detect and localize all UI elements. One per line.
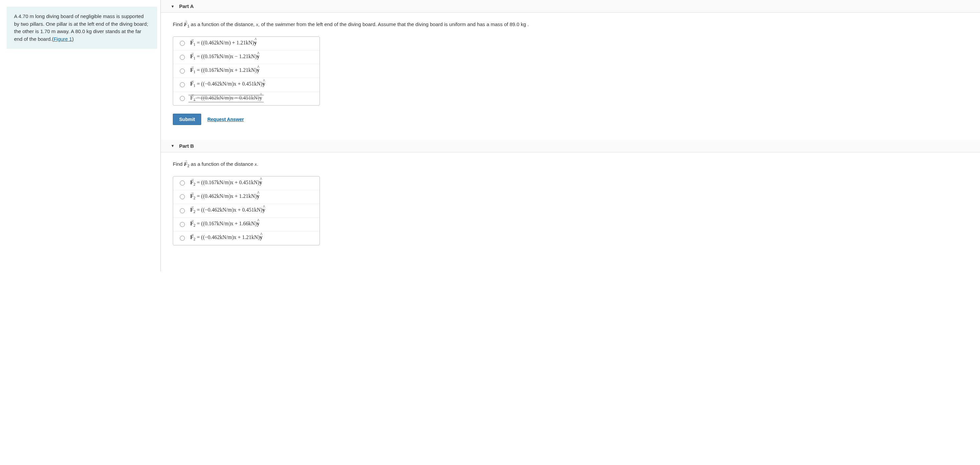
request-answer-link[interactable]: Request Answer — [207, 117, 243, 122]
option-row[interactable]: F2 = ((0.167kN/m)x + 0.451kN)y — [173, 177, 320, 190]
problem-statement-box: A 4.70 m long diving board of negligible… — [7, 7, 157, 49]
option-formula: F1 = ((0.167kN/m)x − 1.21kN)y — [190, 54, 259, 61]
part-a-header[interactable]: ▼ Part A — [161, 0, 980, 13]
option-radio[interactable] — [180, 68, 185, 73]
option-radio[interactable] — [180, 55, 185, 60]
option-formula: F1 = ((0.462kN/m)x − 0.451kN)y — [190, 95, 262, 100]
option-formula: F2 = ((0.167kN/m)x + 1.66kN)y — [190, 221, 259, 228]
option-radio[interactable] — [180, 222, 185, 227]
submit-button[interactable]: Submit — [173, 114, 201, 125]
option-formula: F2 = ((0.462kN/m)x + 1.21kN)y — [190, 193, 259, 201]
option-radio[interactable] — [180, 180, 185, 186]
part-b-options: F2 = ((0.167kN/m)x + 0.451kN)y F2 = ((0.… — [173, 176, 320, 245]
figure-link[interactable]: Figure 1 — [54, 36, 72, 42]
option-row[interactable]: F1 = ((−0.462kN/m)x + 0.451kN)y — [173, 78, 320, 92]
option-radio[interactable] — [180, 208, 185, 213]
problem-text-suffix: ) — [72, 36, 73, 42]
option-row[interactable]: F1 = ((0.167kN/m)x − 1.21kN)y — [173, 51, 320, 64]
answer-panel: ▼ Part A Find F1 as a function of the di… — [161, 0, 980, 271]
option-formula: F2 = ((−0.462kN/m)x + 0.451kN)y — [190, 207, 265, 214]
option-formula: F2 = ((−0.462kN/m)x + 1.21kN)y — [190, 234, 262, 242]
caret-down-icon: ▼ — [171, 144, 175, 148]
part-b-body: Find F2 as a function of the distance x.… — [161, 153, 980, 261]
part-a-question: Find F1 as a function of the distance, x… — [173, 21, 968, 29]
option-radio[interactable] — [180, 41, 185, 46]
option-formula: F2 = ((0.167kN/m)x + 0.451kN)y — [190, 180, 262, 187]
part-b-question: Find F2 as a function of the distance x. — [173, 161, 968, 169]
option-radio[interactable] — [180, 82, 185, 87]
option-row[interactable]: F2 = ((−0.462kN/m)x + 1.21kN)y — [173, 231, 320, 245]
caret-down-icon: ▼ — [171, 4, 175, 8]
part-b-header[interactable]: ▼ Part B — [161, 140, 980, 153]
problem-panel: A 4.70 m long diving board of negligible… — [0, 0, 161, 271]
option-formula: F1 = ((−0.462kN/m)x + 0.451kN)y — [190, 81, 265, 88]
part-a-buttons: Submit Request Answer — [173, 114, 968, 125]
part-b-title: Part B — [179, 143, 194, 149]
option-row[interactable]: F1 = ((0.167kN/m)x + 1.21kN)y — [173, 64, 320, 78]
option-row[interactable]: F2 = ((0.462kN/m)x + 1.21kN)y — [173, 190, 320, 204]
problem-text: A 4.70 m long diving board of negligible… — [14, 13, 148, 42]
part-a-options: F1 = ((0.462kN/m) + 1.21kN)y F1 = ((0.16… — [173, 37, 320, 106]
part-a-title: Part A — [179, 3, 194, 9]
option-radio[interactable] — [180, 236, 185, 241]
option-formula: F1 = ((0.167kN/m)x + 1.21kN)y — [190, 67, 259, 75]
option-row[interactable]: F2 = ((−0.462kN/m)x + 0.451kN)y — [173, 204, 320, 218]
option-radio[interactable] — [180, 194, 185, 199]
option-formula: F1 = ((0.462kN/m) + 1.21kN)y — [190, 40, 257, 47]
option-row-eliminated[interactable]: F1 = ((0.462kN/m)x − 0.451kN)y — [173, 92, 320, 105]
option-radio[interactable] — [180, 96, 185, 101]
option-row[interactable]: F2 = ((0.167kN/m)x + 1.66kN)y — [173, 218, 320, 231]
part-a-body: Find F1 as a function of the distance, x… — [161, 13, 980, 133]
option-row[interactable]: F1 = ((0.462kN/m) + 1.21kN)y — [173, 37, 320, 51]
